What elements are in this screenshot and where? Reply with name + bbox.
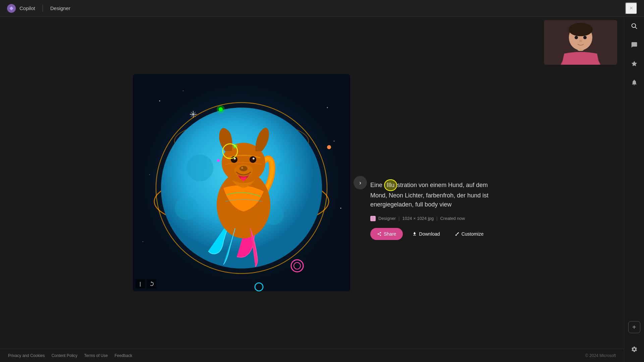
meta-sep1: | (398, 216, 399, 221)
header: Copilot Designer × (0, 0, 644, 17)
svg-point-5 (334, 141, 334, 141)
section-title: Designer (50, 5, 70, 11)
search-icon (631, 23, 638, 29)
share-button[interactable]: Share (370, 228, 403, 240)
webcam-video (544, 20, 617, 65)
thumbs-up-button[interactable]: | (136, 279, 145, 289)
svg-point-4 (327, 107, 328, 108)
share-icon (377, 232, 382, 236)
star-icon (631, 60, 638, 67)
copilot-icon (7, 4, 16, 13)
share-label: Share (384, 231, 396, 237)
designer-icon: D (370, 216, 376, 221)
main-image (133, 74, 350, 291)
sidebar-bottom: + (628, 321, 640, 333)
meta-source: Designer (378, 216, 396, 221)
meta-sep2: | (436, 216, 437, 221)
header-logo: Copilot Designer (7, 4, 70, 13)
illustration-svg (133, 74, 350, 291)
download-icon (412, 232, 417, 236)
header-divider (43, 5, 43, 12)
svg-point-2 (159, 101, 160, 102)
thumbs-down-button[interactable] (147, 279, 156, 289)
privacy-link[interactable]: Privacy and Cookies (8, 353, 45, 358)
svg-point-22 (217, 105, 225, 113)
svg-point-35 (234, 165, 253, 177)
feedback-link[interactable]: Feedback (114, 353, 132, 358)
customize-icon (455, 232, 460, 236)
prompt-highlight: Illu (384, 179, 397, 191)
sidebar-chat-button[interactable] (628, 39, 640, 51)
customize-button[interactable]: Customize (449, 228, 489, 240)
svg-point-19 (277, 161, 290, 175)
meta-size: 1024 × 1024 jpg (402, 216, 434, 221)
sidebar-star-button[interactable] (628, 58, 640, 70)
copyright: © 2024 Microsoft (585, 353, 616, 358)
svg-point-8 (143, 241, 143, 242)
thumbs-up-icon: | (140, 281, 141, 287)
info-panel: Eine Illustration von einem Hund, auf de… (350, 112, 518, 253)
meta-created: Created now (440, 216, 465, 221)
chat-icon (631, 42, 638, 48)
svg-point-49 (575, 36, 578, 39)
footer-links: Privacy and Cookies Content Policy Terms… (8, 353, 132, 358)
right-sidebar: + (624, 0, 644, 362)
close-button[interactable]: × (625, 2, 637, 14)
notification-icon (631, 79, 638, 86)
meta-info: D Designer | 1024 × 1024 jpg | Created n… (370, 216, 498, 221)
svg-point-6 (149, 174, 150, 175)
terms-link[interactable]: Terms of Use (84, 353, 108, 358)
chevron-right-icon: › (359, 179, 361, 186)
prompt-text: Eine Illustration von einem Hund, auf de… (370, 179, 498, 209)
download-button[interactable]: Download (407, 228, 445, 240)
sidebar-search-button[interactable] (628, 20, 640, 32)
plus-icon: + (632, 323, 636, 331)
svg-point-16 (186, 155, 213, 181)
action-buttons: Share Download Customize (370, 228, 498, 240)
main-content: | › Eine Illustration von einem Hund, au… (0, 17, 624, 349)
customize-label: Customize (462, 231, 484, 237)
svg-point-32 (253, 158, 255, 160)
sidebar-settings-button[interactable] (628, 343, 640, 355)
webcam-preview (544, 20, 617, 65)
sidebar-notify-button[interactable] (628, 76, 640, 88)
app-title: Copilot (19, 5, 35, 11)
sidebar-add-button[interactable]: + (628, 321, 640, 333)
svg-point-7 (340, 208, 341, 209)
svg-point-3 (183, 90, 183, 91)
download-label: Download (419, 231, 440, 237)
svg-point-20 (175, 196, 198, 220)
svg-point-23 (217, 159, 220, 162)
content-policy-link[interactable]: Content Policy (51, 353, 77, 358)
svg-point-48 (569, 23, 593, 36)
svg-point-50 (583, 36, 587, 39)
image-feedback: | (136, 279, 156, 289)
refresh-icon (149, 282, 154, 286)
webcam-inner (544, 20, 617, 65)
settings-icon (631, 346, 638, 353)
footer: Privacy and Cookies Content Policy Terms… (0, 349, 624, 362)
next-arrow-button[interactable]: › (354, 176, 367, 189)
svg-point-51 (579, 40, 582, 42)
image-container: | › (133, 74, 350, 291)
svg-point-41 (327, 145, 331, 149)
